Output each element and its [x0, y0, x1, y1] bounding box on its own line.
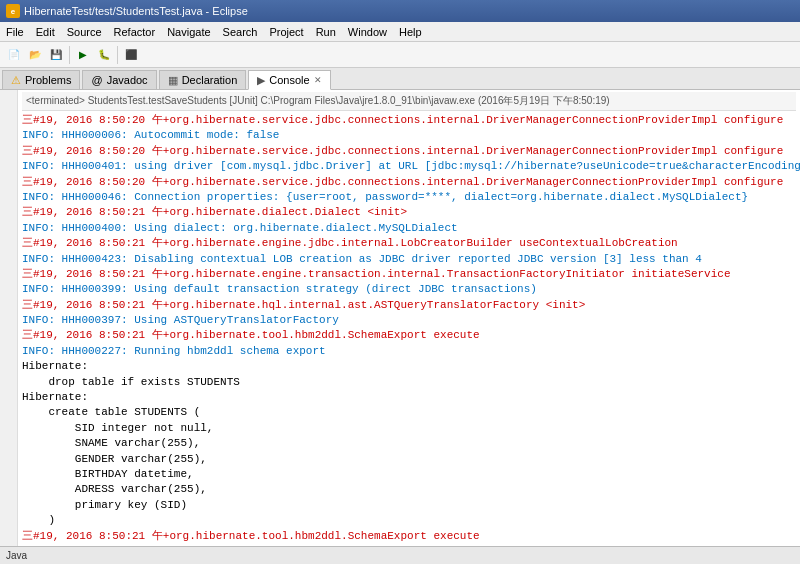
menu-item-project[interactable]: Project [263, 24, 309, 40]
tab-problems-icon: ⚠ [11, 74, 21, 87]
menu-item-refactor[interactable]: Refactor [108, 24, 162, 40]
console-content[interactable]: <terminated> StudentsTest.testSaveStuden… [18, 90, 800, 546]
toolbar: 📄 📂 💾 ▶ 🐛 ⬛ [0, 42, 800, 68]
toolbar-debug[interactable]: 🐛 [94, 45, 114, 65]
toolbar-sep-1 [69, 46, 70, 64]
console-line: 三#19, 2016 8:50:20 午+org.hibernate.servi… [22, 113, 796, 128]
menu-item-run[interactable]: Run [310, 24, 342, 40]
menu-item-edit[interactable]: Edit [30, 24, 61, 40]
console-line: INFO: HHH000397: Using ASTQueryTranslato… [22, 313, 796, 328]
tab-problems-label: Problems [25, 74, 71, 86]
toolbar-open[interactable]: 📂 [25, 45, 45, 65]
window-title: HibernateTest/test/StudentsTest.java - E… [24, 5, 248, 17]
console-line: INFO: HHH000006: Autocommit mode: false [22, 128, 796, 143]
tab-declaration-icon: ▦ [168, 74, 178, 87]
menu-item-navigate[interactable]: Navigate [161, 24, 216, 40]
console-line: SNAME varchar(255), [22, 436, 796, 451]
tab-javadoc-label: Javadoc [107, 74, 148, 86]
console-line: 三#19, 2016 8:50:21 午+org.hibernate.tool.… [22, 328, 796, 343]
tab-console-close[interactable]: ✕ [314, 75, 322, 85]
console-line: create table STUDENTS ( [22, 405, 796, 420]
console-line: primary key (SID) [22, 498, 796, 513]
console-line: INFO: HHH000423: Disabling contextual LO… [22, 252, 796, 267]
menu-item-window[interactable]: Window [342, 24, 393, 40]
console-line: 三#19, 2016 8:50:21 午+org.hibernate.hql.i… [22, 298, 796, 313]
console-lines-container: 三#19, 2016 8:50:20 午+org.hibernate.servi… [22, 113, 796, 546]
toolbar-sep-2 [117, 46, 118, 64]
tab-console[interactable]: ▶ Console ✕ [248, 70, 330, 90]
console-line: GENDER varchar(255), [22, 452, 796, 467]
status-bar: Java [0, 546, 800, 564]
console-line: ADRESS varchar(255), [22, 482, 796, 497]
console-line: BIRTHDAY datetime, [22, 467, 796, 482]
console-line: 三#19, 2016 8:50:21 午+org.hibernate.engin… [22, 236, 796, 251]
menu-item-help[interactable]: Help [393, 24, 428, 40]
tab-bar: ⚠ Problems @ Javadoc ▦ Declaration ▶ Con… [0, 68, 800, 90]
console-line: ) [22, 513, 796, 528]
console-header: <terminated> StudentsTest.testSaveStuden… [22, 92, 796, 111]
console-line: 三#19, 2016 8:50:20 午+org.hibernate.servi… [22, 144, 796, 159]
console-line: 三#19, 2016 8:50:21 午+org.hibernate.diale… [22, 205, 796, 220]
tab-javadoc[interactable]: @ Javadoc [82, 70, 156, 89]
tab-console-label: Console [269, 74, 309, 86]
console-line: 三#19, 2016 8:50:21 午+org.hibernate.tool.… [22, 529, 796, 544]
tab-javadoc-icon: @ [91, 74, 102, 86]
console-line: SID integer not null, [22, 421, 796, 436]
console-line: 三#19, 2016 8:50:21 午+org.hibernate.engin… [22, 267, 796, 282]
menu-item-file[interactable]: File [0, 24, 30, 40]
console-line: 三#19, 2016 8:50:20 午+org.hibernate.servi… [22, 175, 796, 190]
toolbar-stop[interactable]: ⬛ [121, 45, 141, 65]
status-language: Java [6, 550, 27, 561]
toolbar-run[interactable]: ▶ [73, 45, 93, 65]
console-line: INFO: HHH000401: using driver [com.mysql… [22, 159, 796, 174]
console-line: INFO: HHH000400: Using dialect: org.hibe… [22, 221, 796, 236]
toolbar-new[interactable]: 📄 [4, 45, 24, 65]
menu-bar: FileEditSourceRefactorNavigateSearchProj… [0, 22, 800, 42]
console-line: INFO: HHH000227: Running hbm2ddl schema … [22, 344, 796, 359]
console-line: INFO: HHH000046: Connection properties: … [22, 190, 796, 205]
console-line: INFO: HHH000230: Schema export complete [22, 544, 796, 546]
main-area: <terminated> StudentsTest.testSaveStuden… [0, 90, 800, 546]
menu-item-source[interactable]: Source [61, 24, 108, 40]
console-line: Hibernate: [22, 359, 796, 374]
title-bar: e HibernateTest/test/StudentsTest.java -… [0, 0, 800, 22]
app-icon: e [6, 4, 20, 18]
menu-item-search[interactable]: Search [217, 24, 264, 40]
tab-declaration-label: Declaration [182, 74, 238, 86]
console-line: drop table if exists STUDENTS [22, 375, 796, 390]
left-gutter [0, 90, 18, 546]
tab-problems[interactable]: ⚠ Problems [2, 70, 80, 89]
console-line: Hibernate: [22, 390, 796, 405]
tab-console-icon: ▶ [257, 74, 265, 87]
toolbar-save[interactable]: 💾 [46, 45, 66, 65]
tab-declaration[interactable]: ▦ Declaration [159, 70, 247, 89]
console-line: INFO: HHH000399: Using default transacti… [22, 282, 796, 297]
